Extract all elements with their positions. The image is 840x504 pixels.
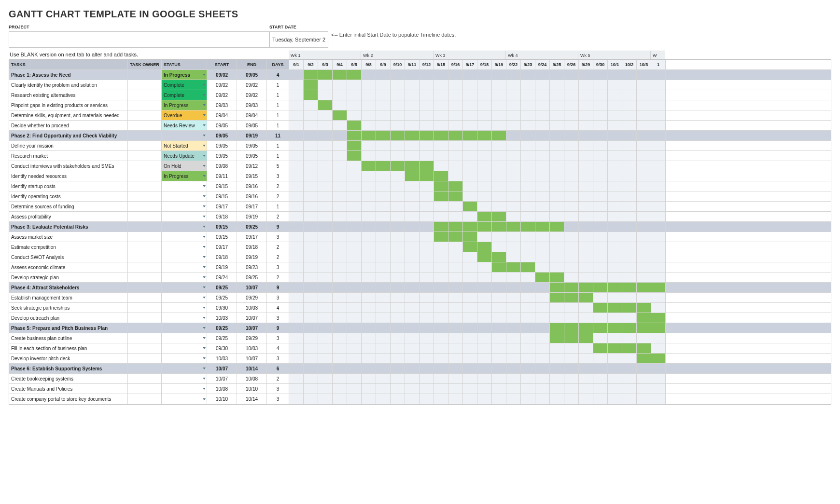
task-name[interactable]: Define your mission <box>9 141 128 150</box>
task-start[interactable]: 09/11 <box>207 171 237 181</box>
task-end[interactable]: 10/10 <box>237 384 267 394</box>
task-days[interactable]: 3 <box>267 232 289 242</box>
task-name[interactable]: Assess profitability <box>9 212 128 221</box>
task-name[interactable]: Develop strategic plan <box>9 272 128 282</box>
status-dropdown[interactable]: Not Started <box>162 141 207 150</box>
task-start[interactable]: 09/25 <box>207 333 237 343</box>
task-start[interactable]: 09/08 <box>207 161 237 171</box>
task-start[interactable]: 09/15 <box>207 191 237 201</box>
task-days[interactable]: 2 <box>267 374 289 383</box>
task-start[interactable]: 09/25 <box>207 323 237 333</box>
task-name[interactable]: Establish management team <box>9 293 128 302</box>
task-start[interactable]: 09/19 <box>207 262 237 272</box>
task-name[interactable]: Create company portal to store key docum… <box>9 394 128 404</box>
status-dropdown[interactable] <box>162 333 207 343</box>
task-days[interactable]: 1 <box>267 90 289 100</box>
task-end[interactable]: 09/16 <box>237 191 267 201</box>
task-start[interactable]: 09/15 <box>207 232 237 242</box>
task-end[interactable]: 09/25 <box>237 222 267 232</box>
task-end[interactable]: 09/19 <box>237 252 267 262</box>
task-end[interactable]: 09/29 <box>237 293 267 302</box>
task-days[interactable]: 3 <box>267 354 289 363</box>
task-days[interactable]: 3 <box>267 293 289 302</box>
status-dropdown[interactable] <box>162 283 207 292</box>
task-name[interactable]: Conduct interviews with stakeholders and… <box>9 161 128 171</box>
task-days[interactable]: 3 <box>267 171 289 181</box>
task-end[interactable]: 09/18 <box>237 242 267 252</box>
task-owner[interactable] <box>128 272 162 282</box>
task-owner[interactable] <box>128 354 162 363</box>
task-end[interactable]: 10/07 <box>237 313 267 323</box>
task-name[interactable]: Estimate competition <box>9 242 128 252</box>
task-days[interactable]: 5 <box>267 161 289 171</box>
status-dropdown[interactable] <box>162 354 207 363</box>
task-owner[interactable] <box>128 374 162 383</box>
task-name[interactable]: Create business plan outline <box>9 333 128 343</box>
task-name[interactable]: Determine sources of funding <box>9 202 128 211</box>
task-name[interactable]: Phase 3: Evaluate Potential Risks <box>9 222 128 232</box>
status-dropdown[interactable] <box>162 252 207 262</box>
task-name[interactable]: Phase 6: Establish Supporting Systems <box>9 364 128 373</box>
task-days[interactable]: 1 <box>267 151 289 161</box>
task-end[interactable]: 10/14 <box>237 394 267 404</box>
task-days[interactable]: 9 <box>267 222 289 232</box>
task-start[interactable]: 09/05 <box>207 141 237 150</box>
task-end[interactable]: 09/29 <box>237 333 267 343</box>
task-end[interactable]: 09/17 <box>237 232 267 242</box>
task-owner[interactable] <box>128 293 162 302</box>
task-name[interactable]: Create Manuals and Policies <box>9 384 128 394</box>
task-days[interactable]: 2 <box>267 242 289 252</box>
task-end[interactable]: 10/03 <box>237 303 267 313</box>
task-name[interactable]: Develop investor pitch deck <box>9 354 128 363</box>
task-days[interactable]: 2 <box>267 181 289 191</box>
task-end[interactable]: 09/12 <box>237 161 267 171</box>
status-dropdown[interactable] <box>162 202 207 211</box>
task-end[interactable]: 09/19 <box>237 131 267 140</box>
task-owner[interactable] <box>128 100 162 110</box>
task-end[interactable]: 09/05 <box>237 141 267 150</box>
task-start[interactable]: 10/08 <box>207 384 237 394</box>
task-start[interactable]: 09/30 <box>207 303 237 313</box>
task-start[interactable]: 09/17 <box>207 242 237 252</box>
task-end[interactable]: 09/02 <box>237 80 267 90</box>
task-end[interactable]: 10/14 <box>237 364 267 373</box>
task-start[interactable]: 09/17 <box>207 202 237 211</box>
status-dropdown[interactable] <box>162 131 207 140</box>
task-owner[interactable] <box>128 131 162 140</box>
task-owner[interactable] <box>128 394 162 404</box>
status-dropdown[interactable] <box>162 242 207 252</box>
task-days[interactable]: 1 <box>267 100 289 110</box>
task-owner[interactable] <box>128 121 162 130</box>
status-dropdown[interactable]: Complete <box>162 90 207 100</box>
task-owner[interactable] <box>128 364 162 373</box>
task-start[interactable]: 09/05 <box>207 151 237 161</box>
task-days[interactable]: 1 <box>267 110 289 120</box>
task-end[interactable]: 10/07 <box>237 354 267 363</box>
task-start[interactable]: 09/04 <box>207 110 237 120</box>
task-days[interactable]: 2 <box>267 212 289 221</box>
task-name[interactable]: Decide whether to proceed <box>9 121 128 130</box>
task-name[interactable]: Pinpoint gaps in existing products or se… <box>9 100 128 110</box>
status-dropdown[interactable] <box>162 313 207 323</box>
task-days[interactable]: 3 <box>267 313 289 323</box>
task-days[interactable]: 1 <box>267 121 289 130</box>
task-end[interactable]: 10/07 <box>237 323 267 333</box>
task-start[interactable]: 09/18 <box>207 252 237 262</box>
status-dropdown[interactable] <box>162 394 207 404</box>
task-days[interactable]: 3 <box>267 262 289 272</box>
status-dropdown[interactable] <box>162 384 207 394</box>
task-days[interactable]: 11 <box>267 131 289 140</box>
task-days[interactable]: 4 <box>267 70 289 80</box>
task-start[interactable]: 09/02 <box>207 90 237 100</box>
task-start[interactable]: 10/03 <box>207 354 237 363</box>
task-end[interactable]: 09/02 <box>237 90 267 100</box>
status-dropdown[interactable]: On Hold <box>162 161 207 171</box>
status-dropdown[interactable] <box>162 374 207 383</box>
status-dropdown[interactable] <box>162 191 207 201</box>
task-owner[interactable] <box>128 90 162 100</box>
task-name[interactable]: Phase 1: Assess the Need <box>9 70 128 80</box>
status-dropdown[interactable]: Needs Update <box>162 151 207 161</box>
task-end[interactable]: 09/05 <box>237 70 267 80</box>
startdate-input[interactable]: Tuesday, September 2 <box>269 31 328 48</box>
task-days[interactable]: 9 <box>267 283 289 292</box>
